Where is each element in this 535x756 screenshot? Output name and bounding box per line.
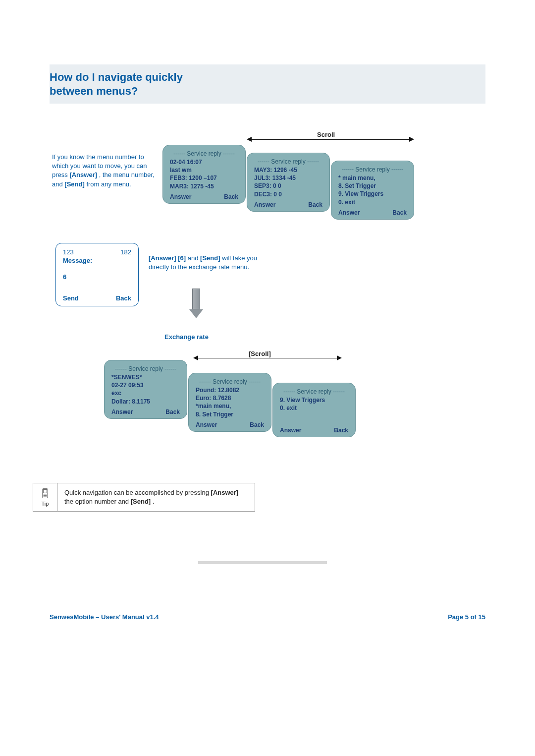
reply3-line3: 9. View Triggers [338, 190, 407, 198]
ex1-line3: exc [111, 389, 180, 397]
compose-message-label: Message: [63, 257, 131, 264]
intro-answer-key: [Answer] [69, 171, 97, 178]
service-reply-box-3: ------ Service reply ------ * main menu,… [331, 161, 414, 220]
reply2-line1: MAY3: 1296 -45 [254, 166, 322, 174]
reply1-line2: last wm [170, 166, 238, 174]
reply2-line4: DEC3: 0 0 [254, 190, 322, 198]
tip-icon-cell: Tip [33, 483, 57, 512]
answer-button[interactable]: Answer [280, 427, 301, 434]
compose-left-number: 123 [63, 248, 74, 256]
mid-send: [Send] [200, 254, 220, 262]
send-button[interactable]: Send [63, 294, 79, 302]
scroll-arrow-line-top [252, 139, 409, 140]
ex1-line1: *SENWES* [111, 373, 180, 381]
tip-part1: Quick navigation can be accomplished by … [64, 489, 211, 496]
answer-button[interactable]: Answer [111, 408, 133, 415]
tip-box: Tip Quick navigation can be accomplished… [33, 483, 255, 512]
answer-button[interactable]: Answer [196, 421, 217, 428]
service-reply-header: ------ Service reply ------ [111, 365, 180, 372]
ex2-line2: Euro: 8.7628 [196, 394, 264, 402]
ex1-line4: Dollar: 8.1175 [111, 398, 180, 406]
back-button[interactable]: Back [165, 408, 180, 415]
scroll-label-top: Scroll [317, 131, 335, 138]
back-button[interactable]: Back [250, 421, 264, 428]
reply3-line1: * main menu, [338, 174, 407, 182]
ex3-line2: 0. exit [280, 404, 348, 412]
down-arrow-icon [189, 289, 203, 318]
exchange-rate-label: Exchange rate [164, 333, 209, 341]
reply3-line2: 8. Set Trigger [338, 182, 407, 190]
arrow-head-left-icon [193, 355, 198, 360]
back-button[interactable]: Back [392, 209, 407, 216]
service-reply-header: ------ Service reply ------ [254, 158, 322, 165]
reply1-line3: FEB3: 1200 –107 [170, 174, 238, 182]
tip-text: Quick navigation can be accomplished by … [57, 483, 255, 512]
decorative-shadow [198, 561, 327, 564]
exchange-reply-box-2: ------ Service reply ------ Pound: 12.80… [188, 373, 271, 432]
exchange-reply-box-1: ------ Service reply ------ *SENWES* 02-… [104, 360, 187, 419]
heading-line2: between menus? [50, 85, 138, 97]
back-button[interactable]: Back [224, 193, 238, 200]
intro-paragraph: If you know the menu number to which you… [52, 153, 156, 189]
scroll-arrow-line-bottom [198, 358, 337, 358]
ex2-line4: 8. Set Trigger [196, 410, 264, 418]
mid-paragraph: [Answer] [6] and [Send] will take you di… [149, 254, 258, 272]
intro-part3: from any menu. [86, 180, 131, 188]
phone-icon [41, 488, 50, 500]
ex2-line3: *main menu, [196, 402, 264, 410]
arrow-head-left-icon [247, 137, 252, 142]
page-heading: How do I navigate quickly between menus? [50, 64, 485, 104]
service-reply-header: ------ Service reply ------ [338, 166, 407, 173]
footer-left: SenwesMobile – Users' Manual v1.4 [50, 613, 159, 621]
scroll-label-bottom: [Scroll] [249, 350, 271, 357]
exchange-reply-box-3: ------ Service reply ------ 9. View Trig… [272, 383, 356, 437]
tip-send-key: [Send] [131, 498, 151, 505]
compose-message-box: 123 182 Message: 6 Send Back [55, 243, 139, 306]
service-reply-header: ------ Service reply ------ [196, 378, 264, 385]
footer-right: Page 5 of 15 [448, 613, 485, 621]
ex1-line2: 02-27 09:53 [111, 381, 180, 389]
back-button[interactable]: Back [308, 201, 322, 208]
ex2-line1: Pound: 12.8082 [196, 386, 264, 394]
heading-line1: How do I navigate quickly [50, 71, 183, 83]
intro-send-key: [Send] [64, 180, 84, 188]
service-reply-header: ------ Service reply ------ [280, 388, 348, 395]
compose-right-number: 182 [120, 248, 131, 256]
svg-rect-1 [44, 490, 47, 493]
reply3-line4: 0. exit [338, 198, 407, 206]
back-button[interactable]: Back [116, 294, 131, 302]
mid-part1: and [188, 254, 200, 262]
tip-part3: . [153, 498, 155, 505]
page-footer: SenwesMobile – Users' Manual v1.4 Page 5… [50, 610, 485, 621]
tip-label: Tip [42, 501, 49, 507]
tip-answer-key: [Answer] [211, 489, 239, 496]
arrow-head-right-icon [337, 355, 342, 360]
answer-button[interactable]: Answer [338, 209, 360, 216]
back-button[interactable]: Back [334, 427, 348, 434]
reply1-line4: MAR3: 1275 -45 [170, 182, 238, 190]
arrow-head-right-icon [409, 137, 414, 142]
answer-button[interactable]: Answer [170, 193, 191, 200]
service-reply-box-1: ------ Service reply ------ 02-04 16:07 … [162, 145, 246, 204]
answer-button[interactable]: Answer [254, 201, 275, 208]
tip-part2: the option number and [64, 498, 131, 505]
reply2-line2: JUL3: 1334 -45 [254, 174, 322, 182]
reply2-line3: SEP3: 0 0 [254, 182, 322, 190]
ex3-line1: 9. View Triggers [280, 396, 348, 404]
reply1-line1: 02-04 16:07 [170, 158, 238, 166]
compose-message-value: 6 [63, 273, 131, 281]
mid-answer-6: [Answer] [6] [149, 254, 186, 262]
service-reply-box-2: ------ Service reply ------ MAY3: 1296 -… [247, 153, 330, 212]
service-reply-header: ------ Service reply ------ [170, 150, 238, 157]
